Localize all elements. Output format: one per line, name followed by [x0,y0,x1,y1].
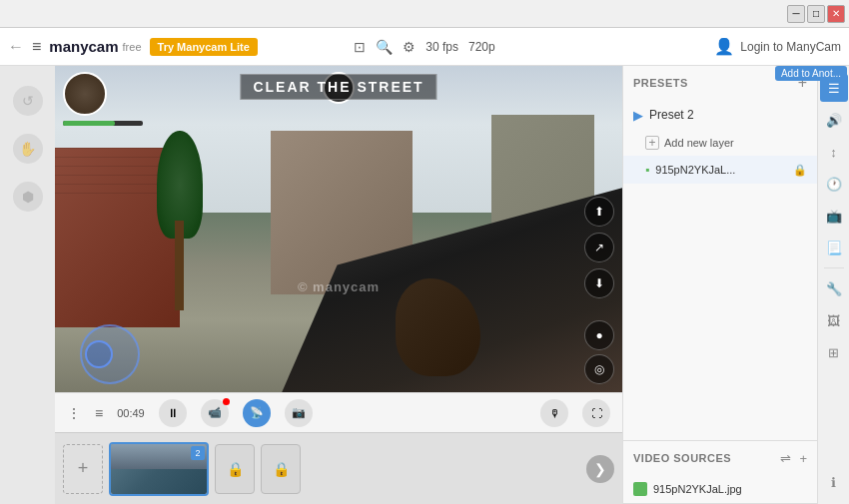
toolbar-center: ⊡ 🔍 ⚙ 30 fps 720p [354,39,494,55]
game-tree [157,131,202,310]
mic-button[interactable]: 🎙 [540,399,568,427]
add-layer-strip-button[interactable]: + [63,444,103,494]
video-preview[interactable]: Clear THE STREET © manycam ⬆ ↗ ⬇ ● ◎ [55,66,622,392]
record-icon: 📹 [208,406,222,419]
presets-title: PRESETS [633,77,688,89]
tree-trunk [175,221,184,310]
brand: manycam free [49,38,141,55]
add-new-layer-label: Add new layer [664,137,734,149]
layer-item-1[interactable]: 2 [109,442,209,496]
brand-logo: manycam [49,38,118,55]
add-new-layer-button[interactable]: + Add new layer [623,130,817,156]
video-source-item-1[interactable]: 915pN2YKJaL.jpg [623,475,817,503]
broadcast-icon: 📡 [250,406,264,419]
video-controls-bar: ⋮ ≡ 00:49 ⏸ 📹 📡 📷 🎙 ⛶ [55,392,622,432]
resolution-display: 720p [468,40,495,54]
right-icon-rail: ☰ 🔊 ↕ 🕐 📺 📃 🔧 🖼 ⊞ ℹ [817,66,849,504]
lock-icon-1: 🔒 [227,461,244,477]
rail-timer-icon[interactable]: 🕐 [820,170,848,198]
layer-lock-1[interactable]: 🔒 [215,444,255,494]
settings-icon[interactable]: ⚙ [403,39,416,55]
right-panel: PRESETS + ▶ Preset 2 + Add new layer ▪ 9… [622,66,817,504]
video-sources-title: VIDEO SOURCES [633,452,731,464]
ghost-icon-1: ↺ [13,86,43,116]
video-sources-section: VIDEO SOURCES ⇌ + 915pN2YKJaL.jpg [623,441,817,504]
layer-lock-2[interactable]: 🔒 [261,444,301,494]
fullscreen-button[interactable]: ⛶ [582,399,610,427]
rail-image-icon[interactable]: 🖼 [820,306,848,334]
game-screen: Clear THE STREET © manycam ⬆ ↗ ⬇ ● ◎ [55,66,622,392]
add-to-another-tooltip: Add to Anot... [775,66,847,81]
preset-play-icon: ▶ [633,108,643,123]
crop-icon[interactable]: ⊡ [354,39,366,55]
window-controls[interactable]: ─ □ ✕ [787,5,845,23]
lock-icon-2: 🔒 [273,461,290,477]
rail-screen-icon[interactable]: 📺 [820,202,848,230]
health-fill [63,121,115,126]
back-button[interactable]: ← [8,38,24,56]
rail-document-icon[interactable]: 📃 [820,234,848,261]
hud-bottom-right: ● ◎ [584,320,614,384]
menu-button[interactable]: ≡ [32,38,41,56]
brand-free: free [123,41,142,53]
game-joystick [80,324,140,384]
add-layer-icon: + [645,136,659,150]
layer-entry-lock-icon: 🔒 [793,164,807,177]
login-button[interactable]: Login to ManyCam [740,40,841,54]
close-btn[interactable]: ✕ [827,5,845,23]
zoom-icon[interactable]: 🔍 [376,39,393,55]
ghost-icon-3: ⬢ [13,182,43,212]
restore-btn[interactable]: ─ [787,5,805,23]
user-avatar-icon: 👤 [714,37,734,56]
toolbar-right: 👤 Login to ManyCam [714,37,841,56]
rail-info-icon[interactable]: ℹ [820,468,848,496]
rail-bottom: ℹ [820,468,848,496]
layer-strip: + 2 🔒 🔒 ❯ [55,432,622,504]
manycam-watermark: © manycam [298,279,380,294]
preset-label: Preset 2 [649,108,694,122]
presets-section: PRESETS + ▶ Preset 2 + Add new layer ▪ 9… [623,66,817,441]
minimize-btn[interactable]: □ [807,5,825,23]
vsource-add-icon[interactable]: + [799,451,807,466]
fire-btn: ● [584,320,614,350]
camera-button[interactable]: 📷 [285,399,313,427]
main-toolbar: ← ≡ manycam free Try Manycam Lite ⊡ 🔍 ⚙ … [0,28,849,66]
video-sources-controls: ⇌ + [780,451,807,466]
record-button[interactable]: 📹 [201,399,229,427]
rail-chroma-icon[interactable]: ↕ [820,138,848,166]
health-bar [63,121,143,126]
mission-text: Clear THE STREET [240,74,436,100]
ghost-icon-2: ✋ [13,134,43,164]
main-content: ↺ ✋ ⬢ [0,66,849,504]
pause-button[interactable]: ⏸ [159,399,187,427]
pause-icon: ⏸ [167,406,179,420]
try-manycam-lite-button[interactable]: Try Manycam Lite [150,38,258,56]
rail-audio-icon[interactable]: 🔊 [820,106,848,134]
preset-item-2[interactable]: ▶ Preset 2 [623,100,817,130]
more-options-icon[interactable]: ⋮ [67,405,81,421]
rail-tools-icon[interactable]: 🔧 [820,274,848,302]
hud-btn-2: ↗ [584,233,614,262]
record-indicator [223,398,230,405]
layer-badge: 2 [191,446,205,460]
time-display: 00:49 [117,407,145,419]
layer-entry-icon: ▪ [645,163,649,177]
camera-icon: 📷 [292,406,306,419]
player-avatar [63,72,107,116]
preset-layer-entry[interactable]: ▪ 915pN2YKJaL... 🔒 [623,156,817,184]
vsource-label: 915pN2YKJaL.jpg [653,483,742,495]
left-ghost-panel: ↺ ✋ ⬢ [0,66,55,504]
title-bar: ─ □ ✕ [0,0,849,28]
layer-entry-label: 915pN2YKJaL... [655,164,787,176]
fullscreen-icon: ⛶ [591,407,602,419]
joystick-inner [85,340,113,368]
hud-btn-3: ⬇ [584,268,614,298]
layer-next-button[interactable]: ❯ [586,455,614,483]
rail-grid-icon[interactable]: ⊞ [820,338,848,366]
rail-separator [824,267,844,268]
broadcast-button[interactable]: 📡 [243,399,271,427]
vsource-adjust-icon[interactable]: ⇌ [780,451,791,466]
fps-display: 30 fps [425,40,458,54]
layers-list-icon[interactable]: ≡ [95,405,103,421]
hud-player-area [63,72,107,116]
